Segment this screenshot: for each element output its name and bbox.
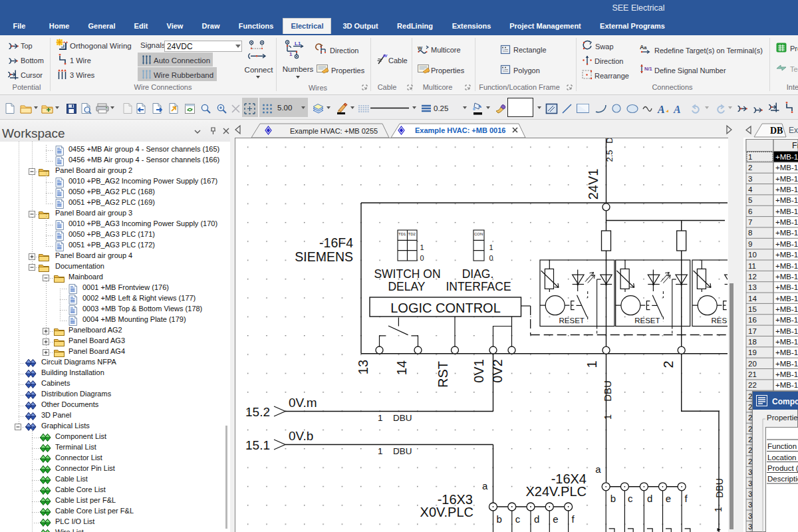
svg-text:18: 18 bbox=[748, 338, 757, 346]
svg-text:2: 2 bbox=[748, 164, 752, 172]
svg-text:1: 1 bbox=[289, 51, 293, 57]
svg-text:Exa: Exa bbox=[789, 126, 798, 135]
svg-text:a: a bbox=[595, 464, 601, 475]
svg-text:9: 9 bbox=[748, 240, 752, 248]
svg-text:TD1: TD1 bbox=[398, 232, 406, 236]
svg-text:+MB-10: +MB-10 bbox=[775, 153, 798, 161]
svg-text:24V1: 24V1 bbox=[586, 169, 600, 200]
svg-text:A: A bbox=[673, 104, 681, 115]
svg-text:w: w bbox=[383, 53, 388, 59]
svg-text:DELAY: DELAY bbox=[388, 280, 425, 293]
svg-text:Aa: Aa bbox=[640, 44, 647, 51]
svg-text:+MB-10: +MB-10 bbox=[775, 251, 798, 259]
svg-text:+MB-10: +MB-10 bbox=[775, 207, 798, 215]
svg-text:DBU: DBU bbox=[604, 138, 614, 144]
svg-text:+MB-10: +MB-10 bbox=[775, 295, 798, 303]
svg-text:RST: RST bbox=[436, 361, 450, 388]
svg-text:4: 4 bbox=[748, 186, 753, 194]
svg-text:15: 15 bbox=[748, 305, 757, 313]
svg-text:1: 1 bbox=[585, 360, 599, 368]
svg-text:A: A bbox=[657, 104, 665, 115]
svg-text:+MB-15: +MB-15 bbox=[775, 305, 798, 313]
svg-text:12: 12 bbox=[748, 273, 757, 281]
svg-text:+MB-15: +MB-15 bbox=[775, 370, 798, 378]
svg-text:b: b bbox=[497, 513, 502, 525]
svg-text:0V.b: 0V.b bbox=[289, 429, 313, 443]
svg-text:5: 5 bbox=[748, 196, 752, 204]
svg-text:6: 6 bbox=[748, 207, 752, 215]
svg-text:+MB-10: +MB-10 bbox=[775, 196, 798, 204]
svg-text:3: 3 bbox=[748, 175, 752, 183]
svg-text:13: 13 bbox=[356, 360, 370, 374]
svg-text:DBU: DBU bbox=[714, 478, 725, 498]
svg-text:+MB-15: +MB-15 bbox=[775, 381, 798, 389]
svg-text:7: 7 bbox=[748, 218, 752, 226]
svg-text:10: 10 bbox=[748, 251, 757, 259]
svg-text:N/1: N/1 bbox=[644, 66, 652, 72]
svg-text:15.2: 15.2 bbox=[245, 405, 270, 419]
svg-text:d: d bbox=[647, 493, 652, 504]
svg-text:0V1: 0V1 bbox=[471, 359, 486, 383]
svg-text:+MB-15: +MB-15 bbox=[775, 348, 798, 356]
svg-text:c: c bbox=[628, 493, 633, 504]
svg-text:+MB-10: +MB-10 bbox=[775, 218, 798, 226]
svg-text:+MB-10: +MB-10 bbox=[775, 186, 798, 194]
svg-text:16: 16 bbox=[748, 316, 757, 324]
svg-text:13: 13 bbox=[748, 283, 757, 291]
svg-text:1: 1 bbox=[378, 413, 383, 423]
svg-text:X0V.PLC: X0V.PLC bbox=[420, 505, 473, 519]
svg-text:11: 11 bbox=[748, 262, 756, 270]
svg-text:+MB-10: +MB-10 bbox=[775, 273, 798, 281]
svg-text:20: 20 bbox=[748, 360, 757, 368]
svg-text:0V.m: 0V.m bbox=[289, 396, 317, 410]
svg-text:22: 22 bbox=[748, 381, 757, 389]
svg-text:21: 21 bbox=[748, 370, 757, 378]
svg-text:DB: DB bbox=[770, 126, 783, 136]
svg-text:1: 1 bbox=[748, 153, 752, 161]
svg-text:8: 8 bbox=[748, 229, 752, 237]
svg-text:SWITCH ON: SWITCH ON bbox=[374, 267, 440, 281]
svg-text:DBU: DBU bbox=[393, 446, 412, 456]
svg-text:14: 14 bbox=[394, 360, 409, 375]
svg-text:e: e bbox=[666, 493, 671, 504]
svg-text:17: 17 bbox=[748, 327, 757, 335]
svg-text:DBU: DBU bbox=[393, 413, 412, 423]
svg-text:+MB-10: +MB-10 bbox=[775, 262, 798, 270]
svg-text:1: 1 bbox=[420, 243, 424, 251]
svg-text:Description: Description bbox=[767, 475, 798, 483]
svg-text:+MB-10: +MB-10 bbox=[775, 229, 798, 237]
svg-text:CON: CON bbox=[474, 232, 483, 236]
svg-text:+MB-10: +MB-10 bbox=[775, 164, 798, 172]
svg-text:SIEMENS: SIEMENS bbox=[295, 249, 353, 264]
svg-text:a: a bbox=[482, 480, 488, 491]
svg-text:+MB-10: +MB-10 bbox=[775, 175, 798, 183]
svg-text:b: b bbox=[610, 493, 616, 504]
svg-text:RESET: RESET bbox=[559, 317, 585, 325]
svg-text:RESET: RESET bbox=[712, 317, 728, 325]
svg-text:19: 19 bbox=[748, 348, 757, 356]
svg-text:RESET: RESET bbox=[634, 317, 660, 325]
svg-text:+MB-15: +MB-15 bbox=[775, 316, 798, 324]
svg-text:0: 0 bbox=[420, 254, 424, 262]
svg-text:+MB-10: +MB-10 bbox=[775, 240, 798, 248]
svg-text:LOGIC CONTROL: LOGIC CONTROL bbox=[390, 301, 501, 315]
svg-text:Function: Function bbox=[767, 442, 797, 450]
svg-text:2: 2 bbox=[661, 360, 676, 368]
svg-text:DIAG.: DIAG. bbox=[462, 267, 494, 281]
svg-text:14: 14 bbox=[748, 295, 757, 303]
svg-text:DBU: DBU bbox=[602, 380, 613, 402]
svg-text:INTERFACE: INTERFACE bbox=[446, 280, 511, 293]
svg-text:e: e bbox=[553, 513, 558, 525]
svg-text:-16F4: -16F4 bbox=[319, 235, 353, 250]
svg-text:15.1: 15.1 bbox=[245, 438, 270, 452]
svg-text:0: 0 bbox=[489, 254, 493, 262]
svg-text:+MB-15: +MB-15 bbox=[775, 327, 798, 335]
svg-text:1: 1 bbox=[713, 507, 724, 512]
svg-text:1: 1 bbox=[378, 446, 383, 456]
svg-text:L1: L1 bbox=[295, 41, 301, 47]
svg-text:d: d bbox=[534, 513, 539, 525]
svg-text:+MB-15: +MB-15 bbox=[775, 338, 798, 346]
svg-text:+MB-10: +MB-10 bbox=[775, 283, 798, 291]
svg-text:Product (: Product ( bbox=[767, 464, 798, 472]
svg-text:c: c bbox=[515, 513, 521, 525]
